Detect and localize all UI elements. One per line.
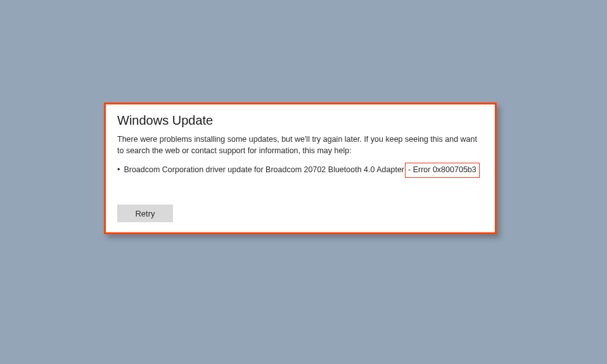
bullet-icon: • xyxy=(117,165,120,176)
error-code-highlight: - Error 0x800705b3 xyxy=(405,163,480,178)
update-item: • Broadcom Corporation driver update for… xyxy=(117,163,483,178)
retry-button[interactable]: Retry xyxy=(117,204,173,222)
dialog-message: There were problems installing some upda… xyxy=(117,134,483,156)
update-name: Broadcom Corporation driver update for B… xyxy=(124,165,404,176)
windows-update-dialog: Windows Update There were problems insta… xyxy=(104,103,497,234)
dialog-title: Windows Update xyxy=(117,113,483,128)
